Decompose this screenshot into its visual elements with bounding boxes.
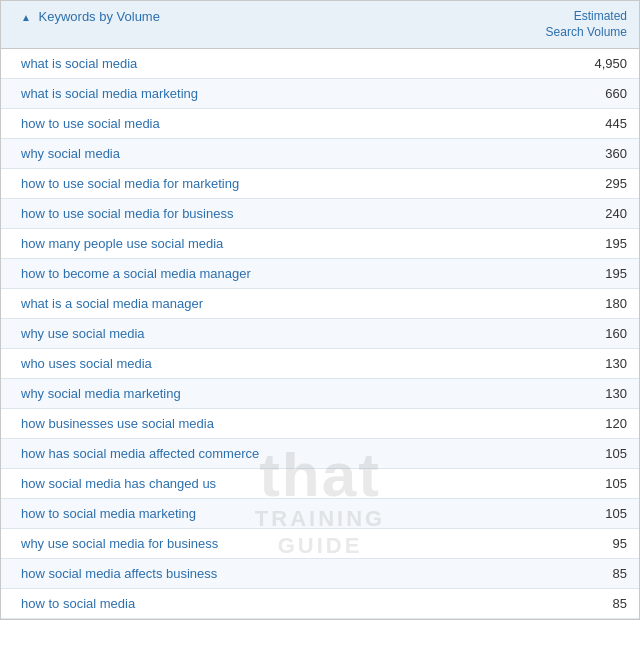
volume-cell: 85 [479, 589, 639, 619]
volume-cell: 360 [479, 139, 639, 169]
table-row: how to become a social media manager195 [1, 259, 639, 289]
keyword-cell: how social media has changed us [1, 469, 479, 499]
table-row: who uses social media130 [1, 349, 639, 379]
keyword-cell: how many people use social media [1, 229, 479, 259]
keyword-cell: why social media [1, 139, 479, 169]
volume-cell: 445 [479, 109, 639, 139]
table-row: how social media affects business85 [1, 559, 639, 589]
keyword-col-label: Keywords by Volume [39, 9, 160, 24]
keyword-cell: how businesses use social media [1, 409, 479, 439]
volume-col-line2: Search Volume [546, 25, 627, 39]
table-row: why social media marketing130 [1, 379, 639, 409]
table-row: how to use social media for business240 [1, 199, 639, 229]
volume-cell: 105 [479, 499, 639, 529]
keyword-cell: how to use social media for business [1, 199, 479, 229]
table-row: how to social media85 [1, 589, 639, 619]
sort-icon: ▲ [21, 12, 31, 23]
keyword-cell: how to social media [1, 589, 479, 619]
keyword-cell: why social media marketing [1, 379, 479, 409]
keywords-table-container: ▲ Keywords by Volume Estimated Search Vo… [0, 0, 640, 620]
volume-cell: 105 [479, 469, 639, 499]
volume-cell: 130 [479, 349, 639, 379]
keywords-table: ▲ Keywords by Volume Estimated Search Vo… [1, 1, 639, 619]
volume-cell: 85 [479, 559, 639, 589]
volume-cell: 105 [479, 439, 639, 469]
keyword-cell: how social media affects business [1, 559, 479, 589]
volume-cell: 240 [479, 199, 639, 229]
keyword-cell: what is a social media manager [1, 289, 479, 319]
volume-cell: 160 [479, 319, 639, 349]
volume-cell: 4,950 [479, 49, 639, 79]
table-row: how to use social media for marketing295 [1, 169, 639, 199]
keyword-cell: who uses social media [1, 349, 479, 379]
table-row: why social media360 [1, 139, 639, 169]
table-row: what is a social media manager180 [1, 289, 639, 319]
volume-cell: 130 [479, 379, 639, 409]
table-row: how to use social media445 [1, 109, 639, 139]
volume-cell: 295 [479, 169, 639, 199]
keyword-cell: why use social media for business [1, 529, 479, 559]
keyword-cell: how has social media affected commerce [1, 439, 479, 469]
keyword-cell: what is social media [1, 49, 479, 79]
keyword-cell: how to become a social media manager [1, 259, 479, 289]
volume-cell: 660 [479, 79, 639, 109]
keyword-column-header[interactable]: ▲ Keywords by Volume [1, 1, 479, 49]
volume-col-line1: Estimated [574, 9, 627, 23]
table-row: how social media has changed us105 [1, 469, 639, 499]
keyword-cell: how to use social media [1, 109, 479, 139]
table-row: how many people use social media195 [1, 229, 639, 259]
volume-cell: 120 [479, 409, 639, 439]
volume-column-header[interactable]: Estimated Search Volume [479, 1, 639, 49]
table-row: how businesses use social media120 [1, 409, 639, 439]
table-row: why use social media160 [1, 319, 639, 349]
table-row: how has social media affected commerce10… [1, 439, 639, 469]
keyword-cell: how to social media marketing [1, 499, 479, 529]
keyword-cell: what is social media marketing [1, 79, 479, 109]
table-row: how to social media marketing105 [1, 499, 639, 529]
table-body: what is social media4,950what is social … [1, 49, 639, 619]
table-row: why use social media for business95 [1, 529, 639, 559]
table-row: what is social media4,950 [1, 49, 639, 79]
table-header-row: ▲ Keywords by Volume Estimated Search Vo… [1, 1, 639, 49]
volume-cell: 195 [479, 259, 639, 289]
keyword-cell: why use social media [1, 319, 479, 349]
volume-cell: 95 [479, 529, 639, 559]
keyword-cell: how to use social media for marketing [1, 169, 479, 199]
volume-cell: 195 [479, 229, 639, 259]
volume-cell: 180 [479, 289, 639, 319]
table-row: what is social media marketing660 [1, 79, 639, 109]
